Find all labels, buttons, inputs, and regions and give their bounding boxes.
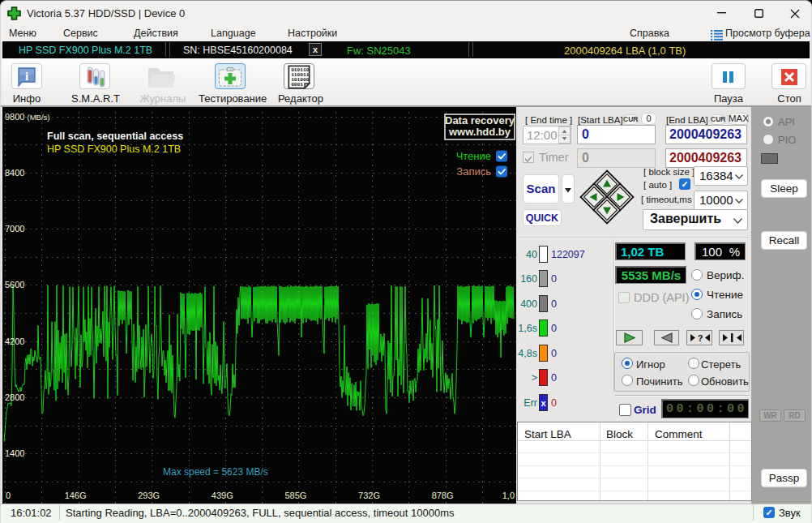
svg-text:878G: 878G — [432, 491, 454, 500]
svg-text:?: ? — [698, 333, 703, 343]
svg-text:439G: 439G — [212, 491, 233, 500]
svg-text:9800 (MB/s): 9800 (MB/s) — [5, 112, 50, 122]
svg-text:0001: 0001 — [291, 82, 303, 88]
svg-text:www.hdd.by: www.hdd.by — [448, 126, 511, 138]
svg-text:0: 0 — [6, 491, 11, 500]
svg-text:Full scan, sequential access: Full scan, sequential access — [47, 131, 183, 142]
svg-text:1400: 1400 — [5, 448, 24, 458]
svg-text:Max speed = 5623 MB/s: Max speed = 5623 MB/s — [163, 466, 268, 478]
svg-text:Запись: Запись — [456, 165, 491, 178]
svg-text:Чтение: Чтение — [456, 150, 491, 162]
svg-text:1,0: 1,0 — [502, 491, 515, 500]
svg-text:2800: 2800 — [5, 392, 24, 402]
svg-text:HP SSD FX900 Plus M.2 1TB: HP SSD FX900 Plus M.2 1TB — [47, 144, 181, 155]
svg-text:8400: 8400 — [5, 168, 24, 178]
svg-text:585G: 585G — [284, 491, 306, 500]
svg-text:Data recovery: Data recovery — [445, 114, 515, 126]
svg-text:732G: 732G — [358, 491, 380, 500]
svg-text:7000: 7000 — [5, 224, 24, 234]
svg-text:5600: 5600 — [5, 280, 24, 289]
svg-text:4200: 4200 — [5, 337, 24, 346]
svg-text:i: i — [25, 70, 28, 83]
svg-text:293G: 293G — [138, 491, 160, 500]
svg-text:146G: 146G — [65, 491, 87, 500]
